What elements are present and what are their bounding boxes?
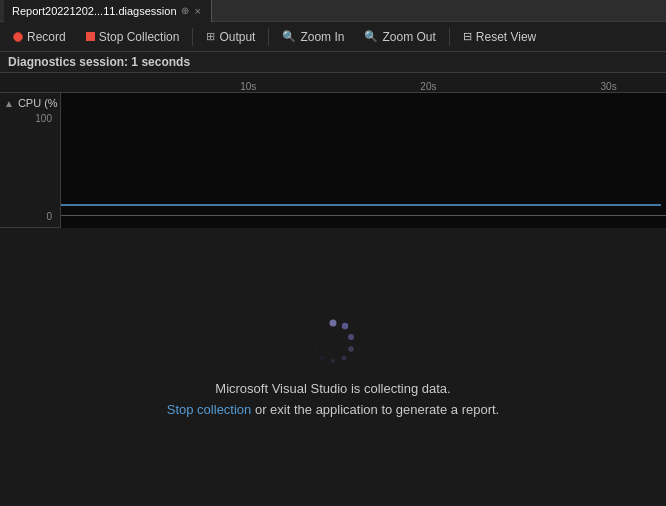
record-button[interactable]: Record (4, 25, 75, 49)
zoom-out-label: Zoom Out (382, 30, 435, 44)
svg-point-7 (313, 347, 317, 351)
zoom-in-icon: 🔍 (282, 30, 296, 43)
stop-icon (86, 32, 95, 41)
ruler-tick-30s: 30s (601, 81, 617, 92)
svg-point-2 (348, 334, 354, 340)
record-label: Record (27, 30, 66, 44)
cpu-section: ▲ CPU (% of all processors) 100 0 (0, 93, 666, 228)
cpu-chart-svg (61, 93, 666, 228)
close-icon[interactable]: × (193, 4, 203, 18)
zoom-in-button[interactable]: 🔍 Zoom In (273, 25, 353, 49)
loading-subtext: Stop collection or exit the application … (167, 402, 499, 417)
stop-collection-link[interactable]: Stop collection (167, 402, 252, 417)
toolbar-divider-3 (449, 28, 450, 46)
tab-bar: Report20221202...11.diagsession ⊕ × (0, 0, 666, 22)
loading-suffix-text: or exit the application to generate a re… (251, 402, 499, 417)
status-bar: Diagnostics session: 1 seconds (0, 52, 666, 73)
cpu-chart-area (60, 93, 666, 228)
output-icon: ⊞ (206, 30, 215, 43)
zoom-out-icon: 🔍 (364, 30, 378, 43)
zoom-out-button[interactable]: 🔍 Zoom Out (355, 25, 444, 49)
reset-view-icon: ⊟ (463, 30, 472, 43)
stop-collection-button[interactable]: Stop Collection (77, 25, 189, 49)
zoom-in-label: Zoom In (300, 30, 344, 44)
ruler-tick-20s: 20s (420, 81, 436, 92)
time-ruler: 10s20s30s (0, 73, 666, 93)
loading-spinner (309, 317, 357, 365)
timeline-container: 10s20s30s ▲ CPU (% of all processors) 10… (0, 73, 666, 228)
diagnostics-status: Diagnostics session: 1 seconds (8, 55, 190, 69)
svg-point-5 (331, 358, 336, 363)
record-icon (13, 32, 23, 42)
svg-point-0 (330, 319, 337, 326)
y-axis-top-label: 100 (35, 113, 52, 124)
svg-point-8 (314, 335, 317, 338)
output-label: Output (219, 30, 255, 44)
ruler-tick-10s: 10s (240, 81, 256, 92)
stop-collection-label: Stop Collection (99, 30, 180, 44)
y-axis-bottom-label: 0 (46, 211, 52, 222)
reset-view-button[interactable]: ⊟ Reset View (454, 25, 545, 49)
cpu-y-axis: 100 0 (0, 93, 60, 228)
ruler-ticks: 10s20s30s (60, 73, 606, 92)
collecting-data-text: Microsoft Visual Studio is collecting da… (215, 381, 450, 396)
svg-point-6 (320, 356, 324, 360)
toolbar: Record Stop Collection ⊞ Output 🔍 Zoom I… (0, 22, 666, 52)
toolbar-divider-2 (268, 28, 269, 46)
diag-session-tab[interactable]: Report20221202...11.diagsession ⊕ × (4, 0, 212, 22)
tab-title: Report20221202...11.diagsession (12, 5, 177, 17)
svg-point-3 (348, 346, 354, 352)
pin-icon[interactable]: ⊕ (181, 5, 189, 16)
svg-point-4 (342, 355, 347, 360)
toolbar-divider-1 (192, 28, 193, 46)
main-loading-area: Microsoft Visual Studio is collecting da… (0, 228, 666, 505)
svg-point-9 (320, 324, 323, 327)
output-button[interactable]: ⊞ Output (197, 25, 264, 49)
cpu-baseline (61, 215, 666, 216)
reset-view-label: Reset View (476, 30, 536, 44)
svg-point-1 (342, 322, 348, 328)
